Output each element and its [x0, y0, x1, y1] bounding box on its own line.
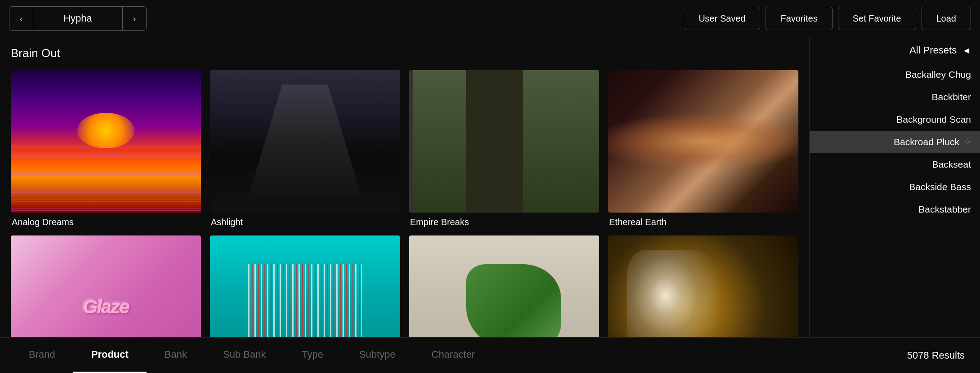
preset-list-item[interactable]: Backseat — [810, 153, 980, 176]
tab-subtype[interactable]: Subtype — [341, 337, 414, 373]
preset-label-empire-breaks: Empire Breaks — [409, 217, 599, 227]
preset-list-item-label: Backbiter — [931, 92, 971, 102]
preset-card-ashlight[interactable]: Ashlight — [210, 70, 400, 227]
preset-list-item[interactable]: Backbiter — [810, 86, 980, 108]
user-saved-button[interactable]: User Saved — [684, 7, 761, 30]
all-presets-label: All Presets — [909, 44, 957, 56]
tab-brand[interactable]: Brand — [11, 337, 73, 373]
preset-card-hypha[interactable]: Hypha — [409, 235, 599, 337]
preset-list-item-label: Backalley Chug — [905, 69, 971, 80]
preset-list-item-label: Backside Bass — [909, 182, 971, 192]
preset-list-item[interactable]: Backside Bass — [810, 176, 980, 198]
preset-card-analog-dreams[interactable]: Analog Dreams — [11, 70, 201, 227]
tab-sub-bank[interactable]: Sub Bank — [205, 337, 284, 373]
preset-card-hybrid-keys[interactable]: Hybrid Keys — [210, 235, 400, 337]
preset-list-panel: All Presets ◄ Backalley ChugBackbiterBac… — [809, 37, 980, 337]
preset-nav: ‹ Hypha › — [9, 6, 147, 31]
preset-label-ashlight: Ashlight — [210, 217, 400, 227]
results-count: 5078 Results — [907, 350, 969, 361]
preset-label-analog-dreams: Analog Dreams — [11, 217, 201, 227]
preset-list-item-label: Background Scan — [896, 114, 971, 125]
load-button[interactable]: Load — [922, 7, 971, 30]
top-bar: ‹ Hypha › User Saved Favorites Set Favor… — [0, 0, 980, 37]
preset-list-item-label: Backroad Pluck — [894, 137, 959, 147]
presets-grid: Analog DreamsAshlightEmpire BreaksEthere… — [11, 70, 798, 337]
tab-type[interactable]: Type — [284, 337, 341, 373]
preset-list-item-label: Backstabber — [918, 204, 971, 215]
tab-character[interactable]: Character — [414, 337, 493, 373]
preset-list: Backalley ChugBackbiterBackground ScanBa… — [810, 62, 980, 337]
prev-arrow-button[interactable]: ‹ — [9, 7, 33, 30]
preset-card-ethereal-earth[interactable]: Ethereal Earth — [608, 70, 798, 227]
set-favorite-button[interactable]: Set Favorite — [838, 7, 916, 30]
preset-label-ethereal-earth: Ethereal Earth — [608, 217, 798, 227]
favorites-button[interactable]: Favorites — [766, 7, 832, 30]
tab-product[interactable]: Product — [73, 337, 147, 373]
preset-list-item[interactable]: Background Scan — [810, 108, 980, 131]
preset-card-glaze[interactable]: Glaze — [11, 235, 201, 337]
preset-list-item[interactable]: Backstabber — [810, 198, 980, 221]
preset-name: Hypha — [33, 7, 123, 30]
preset-list-item[interactable]: Backalley Chug — [810, 63, 980, 86]
star-icon[interactable]: ☆ — [964, 137, 971, 147]
preset-list-item[interactable]: Backroad Pluck☆ — [810, 131, 980, 153]
presets-panel: Brain Out Analog DreamsAshlightEmpire Br… — [0, 37, 809, 337]
section-title: Brain Out — [11, 46, 798, 60]
bottom-bar: BrandProductBankSub BankTypeSubtypeChara… — [0, 337, 980, 373]
speaker-icon: ◄ — [962, 45, 971, 56]
next-arrow-button[interactable]: › — [123, 7, 146, 30]
main-content: Brain Out Analog DreamsAshlightEmpire Br… — [0, 37, 980, 337]
tab-bank[interactable]: Bank — [147, 337, 205, 373]
top-buttons: User Saved Favorites Set Favorite Load — [684, 7, 971, 30]
all-presets-header: All Presets ◄ — [810, 37, 980, 62]
app-container: ‹ Hypha › User Saved Favorites Set Favor… — [0, 0, 980, 373]
preset-card-kinetic-metal[interactable]: Kinetic Metal — [608, 235, 798, 337]
preset-list-item-label: Backseat — [932, 159, 971, 170]
preset-card-empire-breaks[interactable]: Empire Breaks — [409, 70, 599, 227]
